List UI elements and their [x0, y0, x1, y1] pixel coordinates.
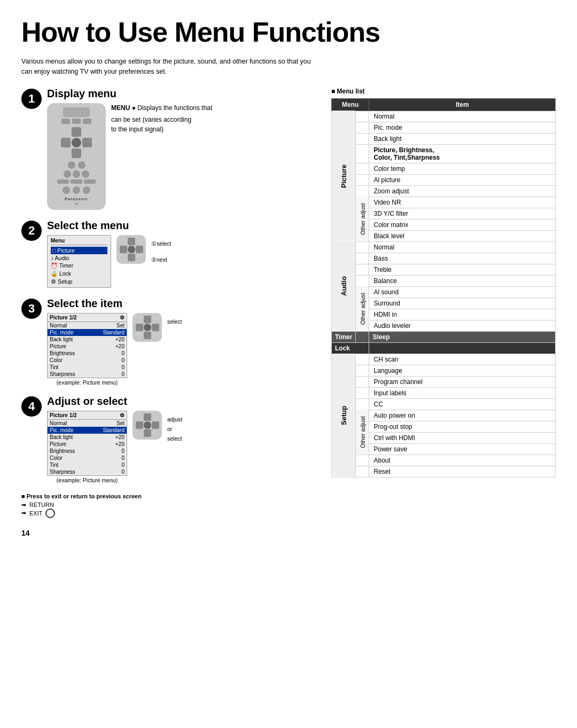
table-row: CC — [332, 398, 556, 410]
dpad-up-3 — [144, 316, 151, 323]
table-row: Setup CH scan — [332, 354, 556, 365]
subcell-empty-1 — [356, 111, 369, 122]
remote-circle-btn — [73, 170, 80, 178]
pic-mockup-4: Picture 1/2 ⚙ NormalSet Pic. modeStandar… — [47, 411, 127, 476]
remote-dpad-3 — [136, 316, 159, 339]
item-colortemp: Color temp — [369, 163, 556, 174]
step-4-annotations: adjust or select — [167, 411, 182, 442]
table-header-row: Menu Item — [332, 98, 556, 111]
item-about: About — [369, 455, 556, 466]
pic-mockup-3: Picture 1/2 ⚙ NormalSet Pic. modeStandar… — [47, 313, 127, 378]
step-4-number: 4 — [21, 396, 42, 417]
dpad-center-2 — [128, 246, 135, 253]
remote-tv-label: TV — [74, 202, 79, 206]
pic-row-tint: Tint0 — [48, 364, 127, 371]
timer-row: Timer Sleep — [332, 331, 556, 342]
remote-rect-btn — [71, 179, 82, 184]
step-1-title: Display menu — [47, 88, 212, 100]
item-hdmiin: HDMI in — [369, 309, 556, 320]
menu-mockup-picture: □ Picture — [51, 247, 107, 254]
pic4-row-color: Color0 — [48, 455, 127, 461]
step-3: 3 Select the item Picture 1/2 ⚙ NormalSe… — [21, 298, 321, 386]
item-balance: Balance — [369, 275, 556, 286]
dpad-right-3 — [152, 324, 159, 331]
th-item: Item — [369, 98, 556, 111]
dpad-center — [72, 138, 81, 147]
pic-row-color: Color0 — [48, 357, 127, 364]
remote-illustration-3 — [132, 313, 162, 342]
cat-audio: Audio — [332, 241, 356, 331]
dpad-down-2 — [128, 254, 135, 261]
remote-dpad-4 — [136, 413, 159, 437]
remote-illustration-2 — [116, 235, 146, 264]
step-1-number: 1 — [21, 89, 42, 109]
left-column: 1 Display menu — [21, 88, 321, 537]
item-alpicture: Al picture — [369, 174, 556, 185]
dpad-center-4 — [144, 421, 151, 429]
step-3-pic-mockup: Picture 1/2 ⚙ NormalSet Pic. modeStandar… — [47, 313, 127, 386]
pic4-row-picmode: Pic. modeStandard — [48, 427, 127, 434]
remote-bottom-circles — [63, 186, 90, 194]
pic4-row-picture: Picture+20 — [48, 441, 127, 448]
menu-table: Menu Item Picture Normal Pic. mode Back — [331, 98, 556, 477]
item-ctrlwithhdmi: Ctrl with HDMI — [369, 432, 556, 443]
return-label: RETURN — [29, 502, 54, 508]
subcat-other-adjust-setup: Other adjust — [356, 410, 369, 455]
table-row: Audio Normal — [332, 241, 556, 253]
subcell-setup-2 — [356, 365, 369, 376]
pic4-header-icon: ⚙ — [120, 412, 124, 418]
dpad-up-4 — [144, 413, 151, 421]
step-3-annotation: select — [167, 313, 182, 325]
subcell-audio-4 — [356, 275, 369, 286]
remote-circle-btn — [63, 186, 70, 194]
subcell-empty-3 — [356, 133, 369, 144]
item-programchannel: Program channel — [369, 376, 556, 387]
step-3-inner: Picture 1/2 ⚙ NormalSet Pic. modeStandar… — [47, 313, 182, 386]
step-1-desc: MENU ● Displays the functions that can b… — [111, 103, 212, 134]
remote-rect-btn — [57, 179, 69, 184]
table-row: Other adjust Auto power on — [332, 410, 556, 421]
table-row: Input labels — [332, 387, 556, 398]
pic-header-label: Picture 1/2 — [50, 315, 77, 320]
item-inputlabels: Input labels — [369, 387, 556, 398]
menu-mockup-audio: ♪ Audio — [51, 254, 107, 262]
step-3-title: Select the item — [47, 298, 182, 310]
table-row: Picture Normal — [332, 111, 556, 122]
remote-circle-btn — [78, 161, 85, 169]
item-3dycfilter: 3D Y/C filter — [369, 208, 556, 219]
step-2-number: 2 — [21, 221, 42, 241]
remote-brand: Panasonic — [65, 197, 88, 201]
remote-illustration-4 — [132, 411, 162, 440]
dpad-right-2 — [136, 246, 143, 253]
item-picture-brightness: Picture, Brightness,Color, Tint,Sharpnes… — [369, 144, 556, 163]
subcell-setup-3 — [356, 376, 369, 387]
table-row: About — [332, 455, 556, 466]
dpad-left-3 — [136, 324, 143, 331]
pic-row-sharpness: Sharpness0 — [48, 371, 127, 378]
table-row: Picture, Brightness,Color, Tint,Sharpnes… — [332, 144, 556, 163]
pic4-row-brightness: Brightness0 — [48, 448, 127, 455]
item-progoutstop: Prog-out stop — [369, 421, 556, 432]
dpad-up — [72, 127, 81, 137]
pic4-row-normal: NormalSet — [48, 420, 127, 427]
remote-btn — [72, 119, 81, 124]
table-row: Treble — [332, 264, 556, 275]
item-zoomadjust: Zoom adjust — [369, 185, 556, 197]
remote-top-buttons — [61, 119, 91, 124]
step-4-content: Adjust or select Picture 1/2 ⚙ NormalSet… — [47, 395, 182, 483]
remote-circle-btn — [83, 186, 90, 194]
table-row: Balance — [332, 275, 556, 286]
step-1-desc-line2: can be set (varies according — [111, 115, 212, 124]
item-reset: Reset — [369, 466, 556, 477]
remote-circle-btn — [82, 170, 89, 178]
subcell-setup-1 — [356, 354, 369, 365]
subcell-empty-6 — [356, 174, 369, 185]
item-picmode: Pic. mode — [369, 122, 556, 133]
subcat-other-adjust-picture: Other adjust — [356, 197, 369, 241]
menu-mockup: Menu □ Picture ♪ Audio ⏰ Timer 🔒 Lock ⚙ … — [47, 235, 111, 288]
table-row: Pic. mode — [332, 122, 556, 133]
remote-btn — [83, 119, 91, 124]
lock-row: Lock — [332, 342, 556, 354]
lock-empty — [369, 342, 556, 354]
remote-dpad-2 — [120, 238, 143, 261]
